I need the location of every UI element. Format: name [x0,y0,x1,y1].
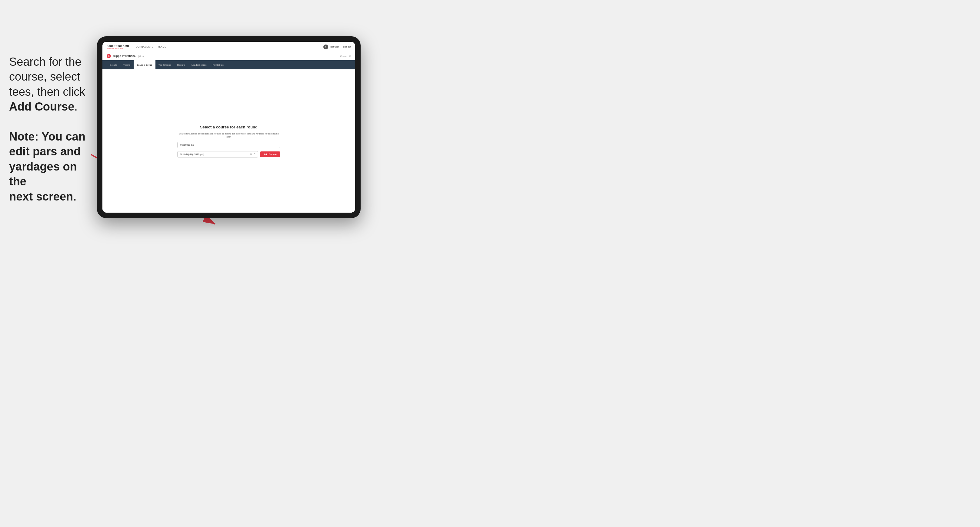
add-course-button[interactable]: Add Course [260,151,280,157]
logo-title: SCOREBOARD [107,44,129,48]
tablet-device: SCOREBOARD Powered by clippd TOURNAMENTS… [97,37,361,218]
logo-sub: Powered by clippd [107,48,129,49]
section-desc: Search for a course and select a tee. Yo… [177,132,280,139]
nav-teams[interactable]: TEAMS [158,45,166,48]
separator: | [340,46,341,48]
tab-teams[interactable]: Teams [120,60,134,69]
top-nav: SCOREBOARD Powered by clippd TOURNAMENTS… [102,42,355,52]
course-section: Select a course for each round Search fo… [177,125,280,157]
tee-select[interactable]: Gold (M) (M) (7010 yds) ✕ ⌃ [177,151,258,157]
sub-nav: Details Teams Course Setup Tee Groups Re… [102,60,355,69]
main-content: Select a course for each round Search fo… [102,69,355,213]
tournament-icon: C [107,54,111,58]
user-area: T Test User | Sign out [323,44,351,49]
tee-value: Gold (M) (M) (7010 yds) [180,153,204,156]
tablet-screen: SCOREBOARD Powered by clippd TOURNAMENTS… [102,42,355,213]
sign-out-link[interactable]: Sign out [343,46,351,48]
left-annotation: Search for the course, select tees, then… [9,54,97,204]
section-title: Select a course for each round [200,125,258,129]
cancel-button[interactable]: Cancel ✕ [339,55,351,57]
tournament-name: Clippd Invitational [113,54,136,57]
user-avatar: T [323,44,328,49]
tab-details[interactable]: Details [107,60,120,69]
tournament-header: C Clippd Invitational (Men) Cancel ✕ [102,52,355,60]
tab-leaderboards[interactable]: Leaderboards [188,60,210,69]
expand-icon[interactable]: ⌃ [253,153,255,156]
course-search-input[interactable] [177,142,280,148]
tab-results[interactable]: Results [174,60,188,69]
clear-icon[interactable]: ✕ [250,153,252,156]
tab-printables[interactable]: Printables [210,60,227,69]
nav-links: TOURNAMENTS TEAMS [134,45,323,48]
user-name: Test User [330,46,339,48]
tournament-gender: (Men) [138,55,144,57]
tab-course-setup[interactable]: Course Setup [134,60,156,69]
tournament-title: C Clippd Invitational (Men) [107,54,144,58]
tee-row: Gold (M) (M) (7010 yds) ✕ ⌃ Add Course [177,151,280,157]
logo: SCOREBOARD Powered by clippd [107,44,129,49]
nav-tournaments[interactable]: TOURNAMENTS [134,45,153,48]
tee-select-controls: ✕ ⌃ [250,153,255,156]
tab-tee-groups[interactable]: Tee Groups [156,60,174,69]
